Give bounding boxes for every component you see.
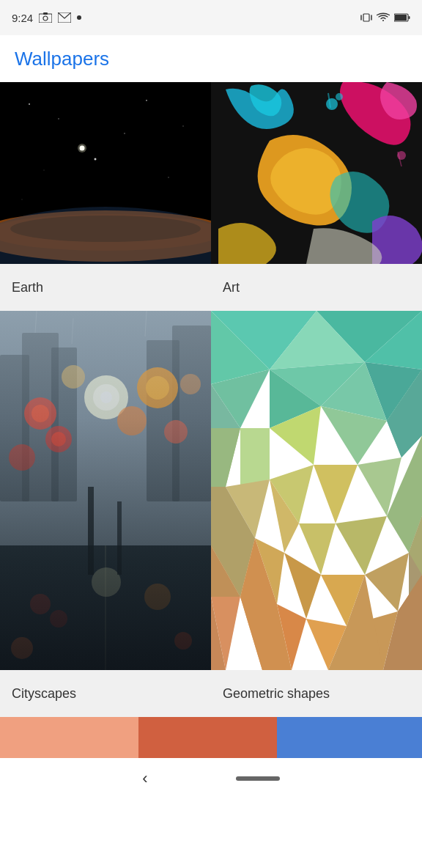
photo-icon: [39, 12, 52, 23]
dot-icon: [77, 15, 81, 20]
wallpaper-thumb-art[interactable]: [211, 82, 422, 264]
svg-rect-5: [363, 14, 369, 21]
art-bg: [211, 82, 422, 264]
svg-marker-76: [240, 428, 270, 487]
svg-point-18: [95, 158, 97, 161]
svg-point-24: [43, 169, 44, 170]
status-bar: 9:24: [0, 0, 422, 35]
swatch-2[interactable]: [277, 717, 422, 758]
svg-marker-93: [365, 553, 409, 611]
svg-marker-81: [314, 465, 358, 523]
earth-bg: [0, 82, 211, 264]
wallpaper-thumb-cityscapes[interactable]: [0, 311, 211, 670]
swatch-0[interactable]: [0, 717, 138, 758]
time-display: 9:24: [12, 12, 33, 24]
svg-marker-104: [211, 428, 240, 487]
svg-point-1: [43, 16, 48, 21]
svg-point-17: [78, 144, 86, 152]
svg-rect-0: [39, 14, 52, 23]
battery-icon: [394, 13, 410, 22]
svg-point-26: [22, 199, 23, 200]
geo-bg: [211, 311, 422, 670]
svg-point-30: [336, 93, 343, 100]
wallpaper-label-geometric[interactable]: Geometric shapes: [211, 670, 422, 717]
svg-point-20: [58, 118, 59, 119]
status-bar-left: 9:24: [12, 12, 81, 24]
svg-point-22: [182, 125, 183, 126]
home-pill[interactable]: [236, 776, 280, 781]
earth-stars: [0, 82, 211, 264]
svg-rect-10: [409, 16, 410, 19]
svg-point-21: [146, 100, 147, 101]
city-bg: [0, 311, 211, 670]
svg-rect-9: [395, 15, 407, 21]
svg-point-19: [29, 103, 30, 105]
city-overlay: [0, 311, 211, 670]
page-title-bar: Wallpapers: [0, 35, 422, 82]
svg-point-25: [168, 177, 169, 177]
wallpaper-label-cityscapes[interactable]: Cityscapes: [0, 670, 211, 717]
mail-icon: [58, 12, 71, 23]
svg-marker-87: [336, 516, 387, 575]
wallpaper-item-art[interactable]: Art: [211, 82, 422, 311]
wallpaper-thumb-earth[interactable]: [0, 82, 211, 264]
svg-marker-91: [284, 553, 321, 619]
geo-svg: [211, 311, 422, 670]
wallpaper-item-cityscapes[interactable]: Cityscapes: [0, 311, 211, 717]
nav-bar: ‹: [0, 758, 422, 799]
wallpaper-label-art[interactable]: Art: [211, 264, 422, 311]
wallpaper-item-earth[interactable]: Earth: [0, 82, 211, 311]
wifi-icon: [377, 12, 390, 23]
back-button[interactable]: ‹: [142, 769, 147, 788]
status-bar-right: [360, 12, 410, 23]
wallpaper-item-geometric[interactable]: Geometric shapes: [211, 311, 422, 717]
svg-point-29: [326, 98, 338, 110]
vibrate-icon: [360, 12, 372, 23]
art-splash-svg: [211, 82, 422, 264]
swatch-1[interactable]: [138, 717, 277, 758]
page-title: Wallpapers: [15, 48, 109, 70]
svg-rect-2: [43, 12, 48, 15]
wallpaper-grid: Earth: [0, 82, 422, 717]
bottom-swatches: [0, 717, 422, 758]
wallpaper-thumb-geometric[interactable]: [211, 311, 422, 670]
svg-point-27: [0, 207, 211, 264]
svg-point-23: [124, 133, 125, 134]
svg-point-4: [77, 15, 81, 20]
wallpaper-label-earth[interactable]: Earth: [0, 264, 211, 311]
